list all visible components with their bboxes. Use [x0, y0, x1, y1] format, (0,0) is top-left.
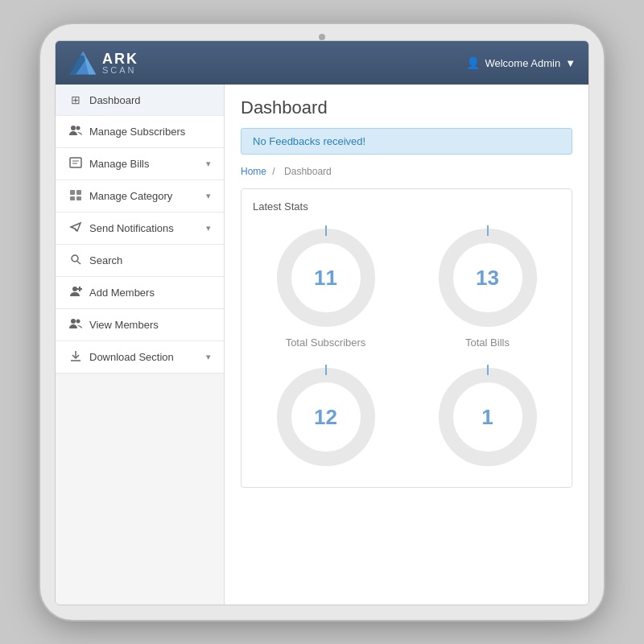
logo-text: ARK SCAN	[102, 52, 138, 75]
stat-4: 1	[415, 365, 560, 476]
svg-line-14	[77, 262, 80, 265]
svg-point-3	[71, 126, 76, 130]
user-icon: 👤	[466, 56, 480, 69]
sidebar-label-search: Search	[89, 254, 122, 266]
user-label: Welcome Admin	[485, 57, 560, 69]
manage-bills-icon	[68, 157, 83, 171]
sidebar-item-add-members[interactable]: Add Members	[56, 277, 224, 309]
sidebar-label-dashboard: Dashboard	[89, 94, 141, 106]
donut-subscribers: 11	[274, 225, 378, 330]
sidebar-item-send-notifications[interactable]: Send Notifications ▾	[56, 213, 224, 245]
sidebar-item-manage-category[interactable]: Manage Category ▾	[56, 180, 224, 213]
chevron-down-icon: ▼	[565, 57, 576, 69]
stats-grid: 11 Total Subscribers 13	[253, 225, 560, 476]
stat-total-subscribers: 11 Total Subscribers	[253, 225, 398, 349]
donut-bills: 13	[436, 225, 540, 330]
svg-point-4	[76, 126, 80, 130]
logo-ark-text: ARK	[102, 52, 138, 66]
stat-3: 12	[253, 365, 398, 476]
sidebar-label-download-section: Download Section	[89, 351, 174, 363]
sidebar-label-send-notifications: Send Notifications	[89, 222, 174, 234]
svg-point-13	[72, 255, 78, 262]
sidebar-label-add-members: Add Members	[89, 287, 155, 299]
tablet-frame: ARK SCAN 👤 Welcome Admin ▼ ⊞ Dashboard	[40, 24, 604, 620]
app-container: ARK SCAN 👤 Welcome Admin ▼ ⊞ Dashboard	[55, 40, 589, 605]
stats-section: Latest Stats 11 Total Subscri	[241, 188, 572, 488]
search-icon	[68, 254, 83, 267]
stats-title: Latest Stats	[253, 200, 560, 213]
camera	[319, 34, 325, 40]
stat-total-bills: 13 Total Bills	[415, 225, 560, 349]
svg-line-12	[75, 229, 76, 231]
stat-value-3: 12	[314, 405, 337, 430]
user-menu[interactable]: 👤 Welcome Admin ▼	[466, 56, 576, 69]
feedback-banner: No Feedbacks received!	[241, 128, 572, 155]
manage-category-icon	[68, 189, 83, 203]
svg-rect-10	[70, 196, 75, 200]
svg-rect-5	[70, 158, 81, 167]
svg-rect-11	[76, 196, 81, 200]
donut-3: 12	[274, 365, 378, 469]
logo-scan-text: SCAN	[102, 66, 138, 75]
stat-value-subscribers: 11	[314, 266, 337, 291]
download-icon	[68, 350, 83, 364]
sidebar-item-search[interactable]: Search	[56, 245, 224, 277]
add-members-icon	[68, 286, 83, 299]
sidebar-item-download-section[interactable]: Download Section ▾	[56, 341, 224, 374]
main-body: ⊞ Dashboard Manage Subscribers	[56, 85, 588, 605]
sidebar-item-manage-subscribers[interactable]: Manage Subscribers	[56, 116, 224, 148]
sidebar-item-view-members[interactable]: View Members	[56, 309, 224, 341]
sidebar-item-dashboard[interactable]: ⊞ Dashboard	[56, 85, 224, 116]
chevron-icon-3: ▾	[206, 223, 211, 233]
breadcrumb-home[interactable]: Home	[241, 166, 266, 177]
top-nav: ARK SCAN 👤 Welcome Admin ▼	[56, 41, 588, 85]
sidebar-label-manage-category: Manage Category	[89, 190, 172, 202]
feedback-message: No Feedbacks received!	[253, 135, 365, 147]
sidebar-label-manage-subscribers: Manage Subscribers	[89, 126, 185, 138]
stat-label-subscribers: Total Subscribers	[286, 336, 366, 349]
manage-subscribers-icon	[68, 125, 83, 138]
stat-value-4: 1	[481, 405, 493, 430]
send-notifications-icon	[68, 221, 83, 235]
content-area: Dashboard No Feedbacks received! Home / …	[225, 85, 588, 605]
svg-point-18	[71, 319, 76, 324]
stat-value-bills: 13	[476, 266, 499, 291]
breadcrumb: Home / Dashboard	[241, 166, 572, 177]
stat-label-bills: Total Bills	[465, 336, 510, 349]
svg-rect-9	[76, 190, 81, 195]
page-title: Dashboard	[241, 97, 572, 118]
chevron-icon: ▾	[206, 159, 211, 169]
breadcrumb-current: Dashboard	[284, 166, 332, 177]
sidebar-label-manage-bills: Manage Bills	[89, 158, 149, 170]
donut-4: 1	[436, 365, 540, 469]
svg-point-19	[76, 320, 80, 324]
sidebar-label-view-members: View Members	[89, 319, 159, 331]
logo-icon	[68, 48, 97, 77]
sidebar-item-manage-bills[interactable]: Manage Bills ▾	[56, 148, 224, 180]
view-members-icon	[68, 318, 83, 332]
logo-area: ARK SCAN	[68, 48, 138, 77]
dashboard-icon: ⊞	[68, 93, 83, 106]
chevron-icon-2: ▾	[206, 191, 211, 201]
svg-point-15	[72, 287, 77, 291]
svg-rect-8	[70, 190, 75, 195]
chevron-icon-4: ▾	[206, 352, 211, 362]
sidebar: ⊞ Dashboard Manage Subscribers	[56, 85, 225, 605]
